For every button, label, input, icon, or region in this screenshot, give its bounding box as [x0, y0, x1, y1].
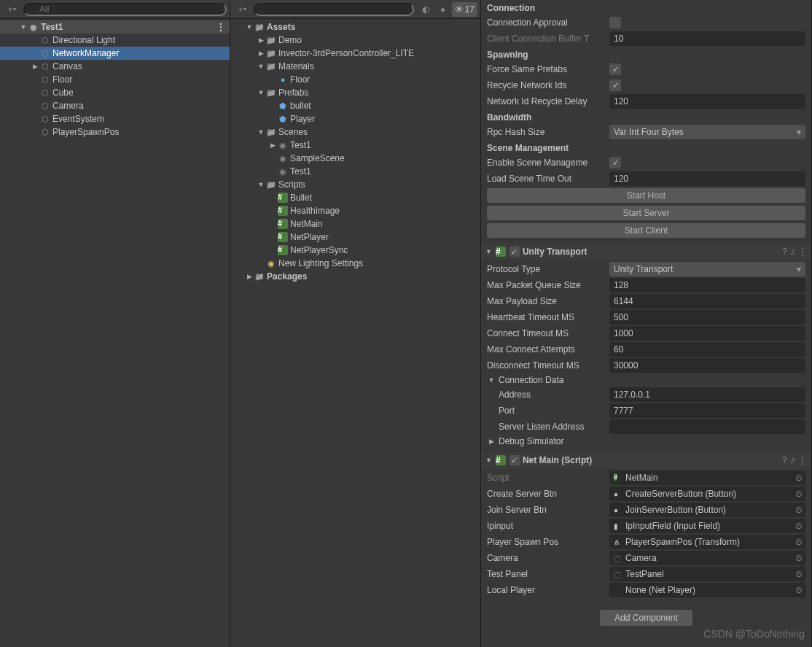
expand-arrow-icon[interactable] [257, 63, 265, 70]
enable-scene-checkbox[interactable] [609, 157, 621, 168]
listen-address-input[interactable] [609, 419, 805, 434]
connect-timeout-input[interactable] [609, 326, 805, 341]
create-button[interactable]: +▾ [3, 2, 20, 17]
project-item[interactable]: Invector-3rdPersonController_LITE [230, 47, 480, 60]
expand-arrow-icon[interactable]: ▼ [485, 457, 492, 464]
menu-icon[interactable]: ⋮ [798, 455, 807, 465]
packages-folder[interactable]: Packages [230, 270, 480, 283]
port-input[interactable] [609, 403, 805, 418]
object-reference[interactable]: ⬚TestPanel⊙ [609, 567, 805, 581]
object-picker-icon[interactable]: ⊙ [795, 537, 803, 547]
expand-arrow-icon[interactable] [257, 181, 265, 188]
object-picker-icon[interactable]: ⊙ [795, 489, 803, 499]
expand-arrow-icon[interactable] [268, 142, 277, 149]
component-enabled-checkbox[interactable] [510, 247, 520, 257]
project-item[interactable]: Materials [230, 60, 480, 73]
project-item[interactable]: Prefabs [230, 86, 480, 99]
hierarchy-search-input[interactable] [23, 3, 227, 16]
hierarchy-item[interactable]: Cube [0, 86, 230, 99]
component-enabled-checkbox[interactable] [510, 455, 520, 465]
object-reference[interactable]: None (Net Player)⊙ [609, 583, 805, 597]
expand-arrow-icon[interactable] [31, 63, 39, 70]
project-item[interactable]: Bullet [230, 191, 480, 204]
object-picker-icon[interactable]: ⊙ [795, 521, 803, 531]
start-server-button[interactable]: Start Server [487, 206, 805, 220]
preset-icon[interactable]: ⎎ [790, 247, 795, 257]
project-item[interactable]: HealthImage [230, 204, 480, 217]
start-client-button[interactable]: Start Client [487, 223, 805, 238]
netmain-script-header[interactable]: ▼ Net Main (Script) ? ⎎ ⋮ [481, 452, 811, 468]
project-item[interactable]: Player [230, 112, 480, 125]
start-host-button[interactable]: Start Host [487, 188, 805, 203]
scene-menu-icon[interactable]: ⋮ [216, 22, 225, 32]
project-item[interactable]: Test1 [230, 165, 480, 178]
filter-by-label-icon[interactable]: ● [434, 2, 452, 17]
assets-folder[interactable]: Assets [230, 20, 480, 34]
heartbeat-input[interactable] [609, 310, 805, 325]
project-item[interactable]: Test1 [230, 139, 480, 152]
hierarchy-item[interactable]: Directional Light [0, 34, 230, 47]
hierarchy-item[interactable]: EventSystem [0, 112, 230, 125]
payload-size-input[interactable] [609, 294, 805, 309]
menu-icon[interactable]: ⋮ [798, 247, 807, 257]
expand-arrow-icon[interactable] [257, 50, 265, 57]
filter-by-type-icon[interactable]: ◐ [417, 2, 434, 17]
expand-arrow-icon[interactable] [257, 89, 265, 96]
scene-timeout-input[interactable] [609, 171, 805, 186]
folder-icon [254, 21, 265, 33]
expand-arrow-icon[interactable]: ▼ [485, 248, 492, 255]
project-item[interactable]: NetPlayerSync [230, 244, 480, 257]
create-button[interactable]: +▾ [233, 2, 251, 17]
project-item[interactable]: Demo [230, 34, 480, 47]
recycle-ids-checkbox[interactable] [609, 80, 621, 91]
address-input[interactable] [609, 387, 805, 402]
debug-simulator-foldout[interactable]: ▶Debug Simulator [487, 435, 805, 448]
recycle-delay-input[interactable] [609, 94, 805, 109]
object-picker-icon[interactable]: ⊙ [795, 553, 803, 563]
connection-data-foldout[interactable]: ▼Connection Data [487, 373, 805, 387]
disconnect-timeout-input[interactable] [609, 358, 805, 373]
hierarchy-item[interactable]: Camera [0, 99, 230, 112]
object-picker-icon[interactable]: ⊙ [795, 473, 803, 483]
project-item[interactable]: NetMain [230, 217, 480, 230]
hierarchy-item[interactable]: Floor [0, 73, 230, 86]
unity-transport-header[interactable]: ▼ Unity Transport ? ⎎ ⋮ [481, 244, 811, 260]
expand-arrow-icon[interactable] [245, 273, 254, 280]
preset-icon[interactable]: ⎎ [790, 455, 795, 465]
connection-approval-checkbox[interactable] [609, 17, 621, 28]
max-attempts-input[interactable] [609, 342, 805, 357]
hidden-count[interactable]: 👁17 [452, 2, 477, 17]
project-item[interactable]: SampleScene [230, 152, 480, 165]
project-item[interactable]: Scripts [230, 178, 480, 191]
queue-size-input[interactable] [609, 278, 805, 292]
help-icon[interactable]: ? [782, 247, 787, 257]
hierarchy-item[interactable]: PlayerSpawnPos [0, 125, 230, 139]
object-picker-icon[interactable]: ⊙ [795, 569, 803, 579]
object-reference[interactable]: ●CreateServerButton (Button)⊙ [609, 487, 805, 501]
object-reference[interactable]: ⬚Camera⊙ [609, 551, 805, 565]
object-picker-icon[interactable]: ⊙ [795, 585, 803, 595]
project-item[interactable]: New Lighting Settings [230, 257, 480, 270]
rpc-hash-dropdown[interactable]: Var Int Four Bytes [609, 125, 805, 139]
force-prefabs-checkbox[interactable] [609, 63, 621, 75]
object-reference[interactable]: ▮IpInputField (Input Field)⊙ [609, 519, 805, 533]
project-item[interactable]: Floor [230, 73, 480, 86]
project-item[interactable]: bullet [230, 99, 480, 112]
object-reference[interactable]: ●JoinServerButton (Button)⊙ [609, 503, 805, 517]
buffer-timeout-input[interactable] [609, 31, 805, 46]
object-picker-icon[interactable]: ⊙ [795, 505, 803, 515]
project-search-input[interactable] [254, 3, 414, 16]
expand-arrow-icon[interactable] [245, 23, 254, 31]
help-icon[interactable]: ? [782, 455, 787, 465]
hierarchy-item[interactable]: NetworkManager [0, 47, 230, 60]
add-component-button[interactable]: Add Component [600, 610, 692, 626]
project-item[interactable]: Scenes [230, 125, 480, 139]
scene-header[interactable]: Test1 ⋮ [0, 20, 230, 34]
project-item[interactable]: NetPlayer [230, 230, 480, 244]
hierarchy-item[interactable]: Canvas [0, 60, 230, 73]
protocol-dropdown[interactable]: Unity Transport [609, 262, 805, 276]
expand-arrow-icon[interactable] [257, 128, 265, 136]
expand-arrow-icon[interactable] [257, 36, 265, 44]
expand-arrow-icon[interactable] [19, 23, 28, 31]
object-reference[interactable]: ⋔PlayerSpawnPos (Transform)⊙ [609, 535, 805, 549]
